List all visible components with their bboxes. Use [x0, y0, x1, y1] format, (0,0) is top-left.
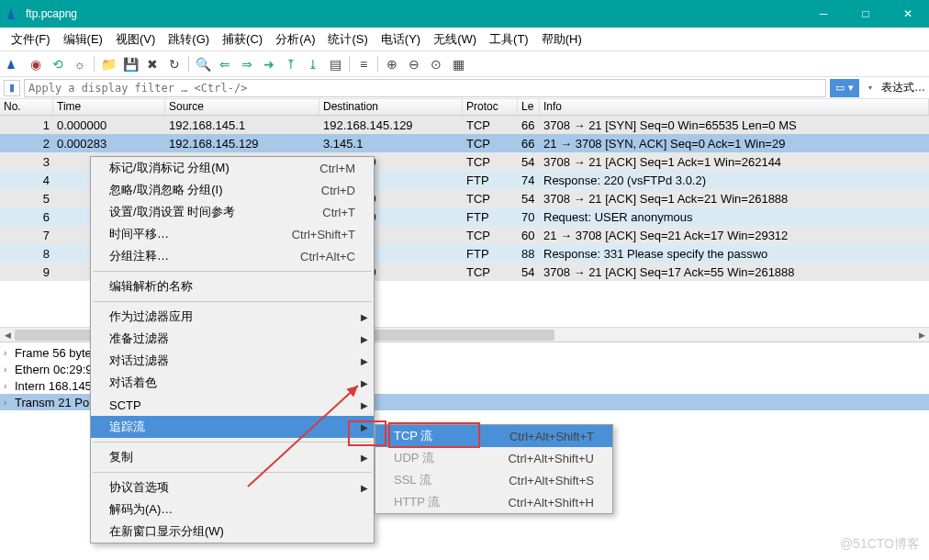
- menu-item[interactable]: 时间平移…Ctrl+Shift+T: [91, 223, 374, 245]
- toolbar-last-icon[interactable]: ⤓: [303, 54, 323, 74]
- menu-wireless[interactable]: 无线(W): [428, 29, 482, 50]
- toolbar-shark-icon[interactable]: [4, 54, 24, 74]
- toolbar-zoom100-icon[interactable]: ⊙: [426, 54, 446, 74]
- menu-tools[interactable]: 工具(T): [484, 29, 534, 50]
- watermark: @51CTO博客: [840, 536, 920, 553]
- toolbar-zoomout-icon[interactable]: ⊖: [404, 54, 424, 74]
- scroll-right-icon[interactable]: ▶: [914, 328, 929, 342]
- maximize-button[interactable]: □: [845, 0, 887, 28]
- menu-help[interactable]: 帮助(H): [536, 29, 588, 50]
- menu-item[interactable]: 追踪流▶: [91, 416, 374, 438]
- col-length[interactable]: Le: [518, 99, 540, 115]
- submenu-item[interactable]: SSL 流Ctrl+Alt+Shift+S: [375, 469, 612, 491]
- display-filter-input[interactable]: [24, 79, 826, 97]
- app-icon: [4, 5, 22, 23]
- menu-item[interactable]: 对话着色▶: [91, 372, 374, 394]
- menu-item[interactable]: 设置/取消设置 时间参考Ctrl+T: [91, 201, 374, 223]
- toolbar-back-icon[interactable]: ⇐: [215, 54, 235, 74]
- menu-view[interactable]: 视图(V): [110, 29, 161, 50]
- col-destination[interactable]: Destination: [319, 99, 463, 115]
- toolbar-zoomin-icon[interactable]: ⊕: [382, 54, 402, 74]
- menu-item[interactable]: 协议首选项▶: [91, 476, 374, 498]
- menu-statistics[interactable]: 统计(S): [322, 29, 373, 50]
- scroll-left-icon[interactable]: ◀: [0, 328, 15, 342]
- toolbar-save-icon[interactable]: 💾: [120, 54, 140, 74]
- col-no[interactable]: No.: [0, 99, 53, 115]
- toolbar-first-icon[interactable]: ⤒: [281, 54, 301, 74]
- toolbar-close-icon[interactable]: ✖: [142, 54, 162, 74]
- toolbar-resize-icon[interactable]: ▦: [448, 54, 468, 74]
- menu-item[interactable]: 解码为(A)…: [91, 498, 374, 521]
- menu-item[interactable]: 作为过滤器应用▶: [91, 306, 374, 328]
- menu-item[interactable]: 编辑解析的名称: [91, 275, 374, 297]
- menu-item[interactable]: 对话过滤器▶: [91, 350, 374, 372]
- expression-label[interactable]: 表达式…: [881, 80, 925, 95]
- minimize-button[interactable]: ─: [802, 0, 845, 28]
- menu-item[interactable]: 忽略/取消忽略 分组(I)Ctrl+D: [91, 179, 374, 201]
- menu-item[interactable]: 在新窗口显示分组(W): [91, 521, 374, 543]
- toolbar-colorize-icon[interactable]: ≡: [353, 54, 374, 74]
- toolbar-reload-icon[interactable]: ↻: [164, 54, 185, 74]
- menu-item[interactable]: 标记/取消标记 分组(M)Ctrl+M: [91, 157, 374, 179]
- follow-stream-submenu[interactable]: TCP 流Ctrl+Alt+Shift+TUDP 流Ctrl+Alt+Shift…: [375, 424, 613, 514]
- toolbar-autoscroll-icon[interactable]: ▤: [325, 54, 345, 74]
- submenu-item[interactable]: TCP 流Ctrl+Alt+Shift+T: [375, 425, 612, 447]
- menu-item[interactable]: 准备过滤器▶: [91, 328, 374, 350]
- col-protocol[interactable]: Protoc: [463, 99, 518, 115]
- toolbar-forward-icon[interactable]: ⇒: [237, 54, 257, 74]
- menu-go[interactable]: 跳转(G): [162, 29, 215, 50]
- col-info[interactable]: Info: [540, 99, 929, 115]
- toolbar-goto-icon[interactable]: ➜: [259, 54, 279, 74]
- toolbar: ◉ ⟲ ☼ 📁 💾 ✖ ↻ 🔍 ⇐ ⇒ ➜ ⤒ ⤓ ▤ ≡ ⊕ ⊖ ⊙ ▦: [0, 51, 929, 77]
- window-title: ftp.pcapng: [26, 7, 802, 20]
- menu-file[interactable]: 文件(F): [6, 29, 56, 50]
- close-button[interactable]: ✕: [887, 0, 929, 28]
- toolbar-find-icon[interactable]: 🔍: [193, 54, 213, 74]
- submenu-item[interactable]: HTTP 流Ctrl+Alt+Shift+H: [375, 491, 612, 513]
- toolbar-stop-icon[interactable]: ◉: [26, 54, 46, 74]
- menu-capture[interactable]: 捕获(C): [217, 29, 268, 50]
- toolbar-restart-icon[interactable]: ⟲: [48, 54, 68, 74]
- menu-item[interactable]: SCTP▶: [91, 394, 374, 416]
- titlebar: ftp.pcapng ─ □ ✕: [0, 0, 929, 28]
- bookmark-icon[interactable]: ▮: [4, 80, 20, 96]
- menu-analyze[interactable]: 分析(A): [270, 29, 320, 50]
- context-menu[interactable]: 标记/取消标记 分组(M)Ctrl+M忽略/取消忽略 分组(I)Ctrl+D设置…: [90, 156, 375, 543]
- filter-bar: ▮ ▭ ▾ ▾ 表达式…: [0, 77, 929, 99]
- toolbar-options-icon[interactable]: ☼: [70, 54, 90, 74]
- col-source[interactable]: Source: [165, 99, 319, 115]
- menu-item[interactable]: 分组注释…Ctrl+Alt+C: [91, 245, 374, 267]
- expression-button[interactable]: ▭ ▾: [830, 79, 859, 97]
- menu-item[interactable]: 复制▶: [91, 446, 374, 468]
- table-row[interactable]: 20.000283192.168.145.1293.145.1TCP6621 →…: [0, 134, 929, 152]
- submenu-item[interactable]: UDP 流Ctrl+Alt+Shift+U: [375, 447, 612, 469]
- table-row[interactable]: 10.000000192.168.145.1192.168.145.129TCP…: [0, 116, 929, 134]
- packet-headers: No. Time Source Destination Protoc Le In…: [0, 99, 929, 116]
- menubar: 文件(F) 编辑(E) 视图(V) 跳转(G) 捕获(C) 分析(A) 统计(S…: [0, 28, 929, 51]
- toolbar-open-icon[interactable]: 📁: [98, 54, 118, 74]
- menu-telephony[interactable]: 电话(Y): [375, 29, 426, 50]
- menu-edit[interactable]: 编辑(E): [58, 29, 108, 50]
- filter-dropdown-icon[interactable]: ▾: [863, 79, 878, 97]
- col-time[interactable]: Time: [53, 99, 165, 115]
